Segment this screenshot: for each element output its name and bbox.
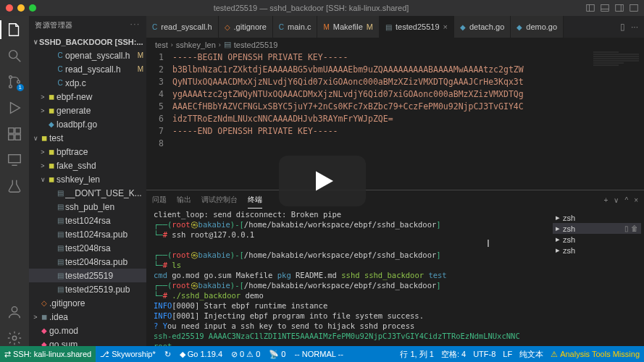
tree-item[interactable]: ▤tested25519.pub	[29, 282, 146, 296]
debug-icon[interactable]	[7, 100, 22, 116]
layout-custom-icon[interactable]	[630, 4, 638, 12]
explorer-icon[interactable]	[7, 22, 22, 38]
file-tree: Copenat_syscall.hMCread_syscall.hMCxdp.c…	[29, 49, 146, 346]
tree-item[interactable]: >◼.idea	[29, 310, 146, 324]
code-content[interactable]: -----BEGIN OPENSSH PRIVATE KEY----- b3Bl…	[172, 51, 644, 190]
more-icon[interactable]: ···	[631, 22, 638, 32]
tree-item[interactable]: ▤test2048rsa.pub	[29, 255, 146, 269]
layout-bottom-icon[interactable]	[601, 4, 609, 12]
split-icon[interactable]: ▯	[620, 22, 625, 32]
tree-item[interactable]: ▤test2048rsa	[29, 241, 146, 255]
max-dot[interactable]	[29, 4, 36, 12]
terminal-instance[interactable]: ▸ zsh	[553, 245, 641, 256]
panel-tab[interactable]: 问题	[152, 192, 167, 208]
indent[interactable]: 空格: 4	[441, 349, 466, 360]
encoding[interactable]: UTF-8	[473, 349, 495, 360]
terminal-instance[interactable]: ▸ zsh▯ 🗑	[553, 223, 641, 234]
panel-tab[interactable]: 终端	[248, 192, 262, 209]
scm-badge: 1	[17, 84, 24, 91]
cursor-pos[interactable]: 行 1, 列 1	[400, 349, 433, 360]
editor-tab[interactable]: ◆demo.go	[511, 16, 564, 38]
scm-icon[interactable]: 1	[7, 74, 22, 90]
close-panel-icon[interactable]: ×	[634, 196, 638, 204]
tree-item[interactable]: ▤ssh_pub_len	[29, 200, 146, 214]
tree-item[interactable]: Cread_syscall.hM	[29, 62, 146, 76]
panel-tab[interactable]: 输出	[177, 192, 191, 208]
eol[interactable]: LF	[503, 349, 512, 360]
layout-panel-icon[interactable]	[586, 4, 595, 12]
editor-tab[interactable]: Cread_syscall.h	[146, 16, 219, 38]
editor-tab[interactable]: ◆detach.go	[454, 16, 511, 38]
tree-item[interactable]: ◇.gitignore	[29, 296, 146, 310]
tree-item[interactable]: ▤test1024rsa.pub	[29, 227, 146, 241]
tree-item[interactable]: ◆loadbpf.go	[29, 117, 146, 131]
editor-tabs: Cread_syscall.h◇.gitignoreCmain.cMMakefi…	[146, 16, 644, 38]
kill-terminal-icon[interactable]: 🗑	[631, 224, 638, 232]
play-button[interactable]	[279, 156, 366, 206]
git-branch[interactable]: ⎇ Skyworship*	[100, 350, 156, 359]
tree-item[interactable]: ∨◼test	[29, 131, 146, 145]
test-icon[interactable]	[7, 178, 22, 194]
remote-indicator[interactable]: ⇄ SSH: kali-linux.shared	[0, 346, 96, 362]
search-icon[interactable]	[7, 48, 22, 64]
tree-item[interactable]: Copenat_syscall.hM	[29, 49, 146, 62]
tree-item[interactable]: ◆go.sum	[29, 337, 146, 346]
close-dot[interactable]	[6, 4, 13, 12]
tree-item[interactable]: ∨◼sshkey_len	[29, 172, 146, 186]
tree-item[interactable]: >◼bpftrace	[29, 145, 146, 159]
editor-tab[interactable]: ▤tested25519×	[380, 16, 454, 38]
minimap[interactable]	[593, 51, 644, 190]
split-terminal-icon[interactable]: ▯	[624, 224, 629, 232]
maximize-icon[interactable]: ^	[624, 196, 628, 204]
tree-item[interactable]: >◼ebpf-new	[29, 90, 146, 104]
remote-explorer-icon[interactable]	[7, 152, 22, 168]
lang-mode[interactable]: 纯文本	[519, 349, 543, 360]
titlebar: tested25519 — sshd_backdoor [SSH: kali-l…	[0, 0, 644, 16]
status-bar: ⇄ SSH: kali-linux.shared ⎇ Skyworship* ↻…	[0, 346, 644, 362]
panel: 问题输出调试控制台终端+∨^× client_loop: send discon…	[146, 190, 644, 346]
layout-controls[interactable]	[586, 4, 638, 12]
close-icon[interactable]: ×	[443, 22, 448, 31]
tree-item[interactable]: ▤tested25519	[29, 269, 146, 282]
layout-right-icon[interactable]	[615, 4, 624, 12]
sync-button[interactable]: ↻	[164, 350, 171, 359]
go-version[interactable]: ◆ Go 1.19.4	[180, 350, 222, 359]
window-title: tested25519 — sshd_backdoor [SSH: kali-l…	[36, 4, 586, 12]
tree-item[interactable]: ▤test1024rsa	[29, 214, 146, 227]
ports[interactable]: 📡 0	[269, 350, 285, 359]
terminal-instance[interactable]: ▸ zsh	[553, 212, 641, 223]
code-area[interactable]: 1 2 3 4 5 6 7 8 -----BEGIN OPENSSH PRIVA…	[146, 51, 644, 190]
editor-tab[interactable]: MMakefile M	[317, 16, 379, 38]
chevron-down-icon[interactable]: ∨	[614, 196, 619, 204]
tree-item[interactable]: >◼fake_sshd	[29, 159, 146, 172]
extensions-icon[interactable]	[7, 126, 22, 142]
svg-rect-16	[15, 135, 20, 140]
account-icon[interactable]	[7, 304, 22, 320]
terminal-instance[interactable]: ▸ zsh	[553, 234, 641, 245]
problems[interactable]: ⊘ 0 ⚠ 0	[231, 350, 260, 359]
window-controls[interactable]	[6, 4, 36, 12]
sidebar-root[interactable]: ∨SSHD_BACKDOOR [SSH:...	[29, 35, 146, 49]
settings-icon[interactable]	[7, 330, 22, 346]
terminal[interactable]: client_loop: send disconnect: Broken pip…	[146, 209, 550, 346]
tree-item[interactable]: Cxdp.c	[29, 76, 146, 90]
tree-item[interactable]: ▤__DON'T_USE_K...	[29, 186, 146, 200]
add-terminal-icon[interactable]: +	[604, 196, 609, 204]
min-dot[interactable]	[17, 4, 25, 12]
panel-tab[interactable]: 调试控制台	[201, 192, 238, 208]
svg-point-19	[12, 307, 17, 312]
svg-rect-13	[9, 128, 14, 133]
breadcrumb[interactable]: test› sshkey_len› ▤ tested25519	[146, 38, 644, 51]
svg-point-7	[9, 51, 17, 59]
text-cursor: I	[487, 237, 490, 249]
sidebar-actions[interactable]: ···	[130, 20, 141, 30]
svg-rect-14	[15, 128, 20, 133]
svg-point-11	[17, 80, 20, 83]
tree-item[interactable]: >◼generate	[29, 104, 146, 117]
tree-item[interactable]: ◆go.mod	[29, 324, 146, 337]
vim-mode: -- NORMAL --	[294, 350, 343, 358]
editor-tab[interactable]: Cmain.c	[273, 16, 318, 38]
analysis-warning[interactable]: ⚠ Analysis Tools Missing	[551, 349, 640, 360]
gutter: 1 2 3 4 5 6 7 8	[146, 51, 172, 190]
editor-tab[interactable]: ◇.gitignore	[219, 16, 273, 38]
